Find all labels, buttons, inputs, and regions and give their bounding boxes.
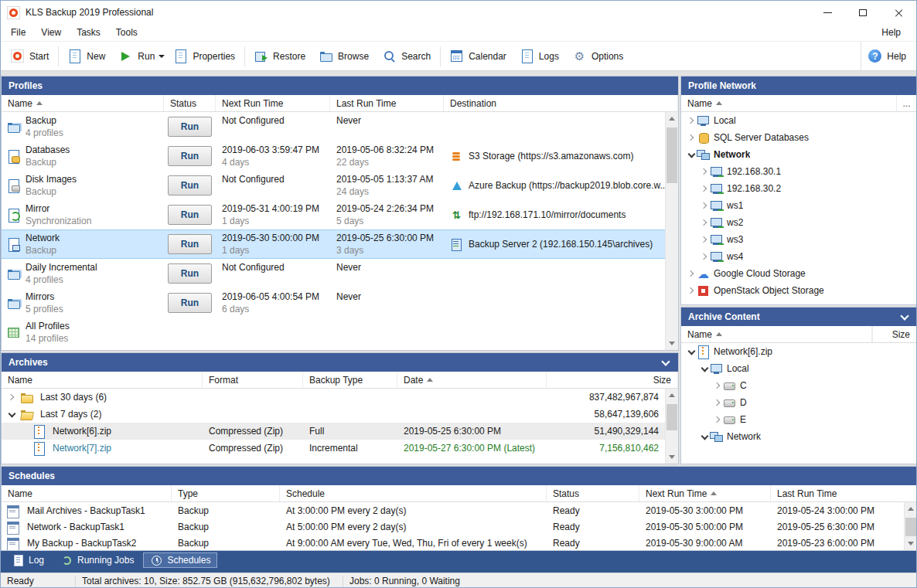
chevron-right-icon[interactable] xyxy=(699,234,710,245)
menu-tasks[interactable]: Tasks xyxy=(69,25,108,40)
close-button[interactable] xyxy=(881,1,916,24)
scroll-up-button[interactable] xyxy=(666,112,678,125)
tree-item-google-cloud[interactable]: Google Cloud Storage xyxy=(681,265,917,282)
scroll-up-button[interactable] xyxy=(666,389,678,402)
tree-item-local[interactable]: Local xyxy=(681,112,917,129)
new-button[interactable]: New xyxy=(61,45,112,68)
menu-help[interactable]: Help xyxy=(874,25,908,40)
profile-row-mirror[interactable]: MirrorSynchronization Run 2019-05-31 4:0… xyxy=(2,200,665,229)
menu-tools[interactable]: Tools xyxy=(108,25,145,40)
column-header-format[interactable]: Format xyxy=(203,372,303,388)
tree-item-host[interactable]: 192.168.30.1 xyxy=(681,163,917,180)
run-button[interactable]: Run xyxy=(168,234,212,254)
column-header-schedule[interactable]: Schedule xyxy=(280,485,547,501)
profile-row-backup[interactable]: Backup4 profiles Run Not Configured Neve… xyxy=(2,112,665,141)
column-header-last-run-time[interactable]: Last Run Time xyxy=(330,95,444,111)
scrollbar-thumb[interactable] xyxy=(666,404,677,430)
profile-row-mirrors[interactable]: Mirrors5 profiles Run 2019-06-05 4:00:54… xyxy=(2,288,665,318)
column-header-size[interactable]: Size xyxy=(872,326,917,342)
menu-file[interactable]: File xyxy=(3,25,33,40)
column-header-name[interactable]: Name xyxy=(2,95,164,111)
tree-item-archive-zip[interactable]: Network[6].zip xyxy=(681,343,917,360)
column-header-status[interactable]: Status xyxy=(547,485,639,501)
column-header-name[interactable]: Name xyxy=(681,326,872,342)
chevron-right-icon[interactable] xyxy=(699,183,710,194)
run-button[interactable]: Run xyxy=(168,117,212,137)
schedule-row[interactable]: Mail Archives - BackupTask1 Backup At 3:… xyxy=(2,502,904,518)
scrollbar-thumb[interactable] xyxy=(666,127,677,183)
profile-row-all-profiles[interactable]: All Profiles14 profiles xyxy=(2,318,665,347)
chevron-right-icon[interactable] xyxy=(712,414,723,425)
profile-row-databases[interactable]: DatabasesBackup Run 2019-06-03 3:59:47 P… xyxy=(2,141,665,171)
column-header-last-run-time[interactable]: Last Run Time xyxy=(771,485,917,501)
tree-item-drive-c[interactable]: C xyxy=(681,377,917,394)
chevron-right-icon[interactable] xyxy=(712,380,723,391)
more-button[interactable]: ... xyxy=(897,95,917,111)
scroll-down-button[interactable] xyxy=(666,450,678,464)
run-button[interactable]: Run xyxy=(168,146,212,166)
tree-item-drive-d[interactable]: D xyxy=(681,394,917,411)
archive-row-latest[interactable]: Network[7].zip Compressed (Zip) Incremen… xyxy=(2,440,665,457)
archive-row-selected[interactable]: Network[6].zip Compressed (Zip) Full 201… xyxy=(2,423,665,440)
tree-item-drive-e[interactable]: E xyxy=(681,411,917,428)
maximize-button[interactable] xyxy=(845,1,881,24)
tree-item-host[interactable]: ws3 xyxy=(681,231,917,248)
chevron-right-icon[interactable] xyxy=(699,200,710,211)
column-header-name[interactable]: Name xyxy=(2,372,203,388)
column-header-name[interactable]: Name xyxy=(2,485,172,501)
column-header-date[interactable]: Date xyxy=(397,372,547,388)
properties-button[interactable]: Properties xyxy=(167,45,242,68)
tree-item-host[interactable]: ws2 xyxy=(681,214,917,231)
scroll-down-button[interactable] xyxy=(666,337,678,350)
calendar-button[interactable]: Calendar xyxy=(443,45,513,68)
chevron-right-icon[interactable] xyxy=(6,392,17,403)
chevron-down-icon[interactable] xyxy=(699,363,710,374)
tree-item-host[interactable]: ws1 xyxy=(681,197,917,214)
column-header-size[interactable]: Size xyxy=(547,372,678,388)
schedule-row[interactable]: Network - BackupTask1 Backup At 5:00:00 … xyxy=(2,518,904,535)
chevron-right-icon[interactable] xyxy=(699,251,710,262)
run-button[interactable]: Run xyxy=(168,175,212,195)
chevron-right-icon[interactable] xyxy=(699,166,710,177)
profiles-scrollbar[interactable] xyxy=(665,112,678,350)
tree-item-local[interactable]: Local xyxy=(681,360,917,377)
start-button[interactable]: Start xyxy=(4,45,56,68)
title-bar[interactable]: KLS Backup 2019 Professional xyxy=(1,1,916,24)
chevron-down-icon[interactable] xyxy=(686,346,697,357)
profile-row-daily-incremental[interactable]: Daily Incremental4 profiles Run Not Conf… xyxy=(2,259,665,288)
chevron-right-icon[interactable] xyxy=(686,132,697,143)
browse-button[interactable]: Browse xyxy=(312,45,376,68)
collapse-chevron-icon[interactable] xyxy=(899,311,910,322)
run-button[interactable]: Run xyxy=(168,263,212,284)
archives-scrollbar[interactable] xyxy=(665,389,678,464)
options-button[interactable]: Options xyxy=(566,45,630,68)
run-button[interactable]: Run xyxy=(168,293,212,313)
chevron-down-icon[interactable] xyxy=(699,431,710,442)
schedules-scrollbar[interactable] xyxy=(904,502,917,550)
tree-item-network[interactable]: Network xyxy=(681,428,917,445)
tab-running-jobs[interactable]: Running Jobs xyxy=(53,552,141,568)
tab-schedules[interactable]: Schedules xyxy=(143,552,217,568)
scrollbar-thumb[interactable] xyxy=(905,518,916,536)
column-header-status[interactable]: Status xyxy=(164,95,216,111)
column-header-destination[interactable]: Destination xyxy=(444,95,678,111)
menu-view[interactable]: View xyxy=(33,25,69,40)
chevron-right-icon[interactable] xyxy=(712,397,723,408)
run-dropdown-button[interactable] xyxy=(155,45,167,68)
schedule-row[interactable]: My Backup - BackupTask2 Backup At 9:00:0… xyxy=(2,535,904,551)
chevron-right-icon[interactable] xyxy=(699,217,710,228)
chevron-down-icon[interactable] xyxy=(6,409,17,420)
column-header-type[interactable]: Type xyxy=(172,485,280,501)
restore-button[interactable]: Restore xyxy=(247,45,312,68)
chevron-right-icon[interactable] xyxy=(686,285,697,296)
profile-row-network-selected[interactable]: NetworkBackup Run 2019-05-30 5:00:00 PM1… xyxy=(2,229,665,259)
help-button[interactable]: Help xyxy=(861,45,913,68)
minimize-button[interactable] xyxy=(810,1,845,24)
archive-group-row[interactable]: Last 7 days (2) 58,647,139,606 xyxy=(2,406,665,423)
scroll-up-button[interactable] xyxy=(905,502,917,515)
chevron-down-icon[interactable] xyxy=(686,149,697,160)
column-header-next-run-time[interactable]: Next Run Time xyxy=(216,95,330,111)
chevron-right-icon[interactable] xyxy=(686,115,697,126)
column-header-name[interactable]: Name xyxy=(681,95,897,111)
tree-item-openstack[interactable]: OpenStack Object Storage xyxy=(681,282,917,299)
